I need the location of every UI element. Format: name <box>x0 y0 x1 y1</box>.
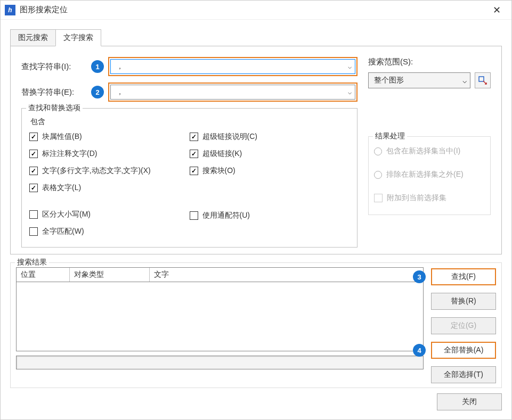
th-text[interactable]: 文字 <box>150 268 423 282</box>
svg-rect-0 <box>479 77 484 81</box>
chevron-down-icon: ⌵ <box>348 88 352 96</box>
replace-combo[interactable]: ， ⌵ <box>110 85 355 100</box>
check-block-attr[interactable]: 块属性值(B) <box>29 132 190 142</box>
check-search-block[interactable]: 搜索块(O) <box>190 166 350 176</box>
check-label: 区分大小写(M) <box>42 210 91 219</box>
checkbox-icon <box>190 167 198 175</box>
find-row: 查找字符串(I): 1 ， ⌵ <box>21 57 357 76</box>
check-label: 块属性值(B) <box>42 132 82 142</box>
close-icon[interactable]: ✕ <box>486 1 507 20</box>
th-position[interactable]: 位置 <box>17 268 70 282</box>
checkbox-icon <box>29 150 38 158</box>
chevron-down-icon: ⌵ <box>348 63 352 70</box>
scope-label: 搜索范围(S): <box>368 57 491 67</box>
result-options-legend: 结果处理 <box>373 131 407 141</box>
badge-2: 2 <box>91 86 104 98</box>
check-label: 表格文字(L) <box>42 183 81 193</box>
status-bar <box>16 356 424 369</box>
table-header: 位置 对象类型 文字 <box>17 268 423 282</box>
check-whole-word[interactable]: 全字匹配(W) <box>29 227 190 236</box>
check-table-text[interactable]: 表格文字(L) <box>29 183 190 193</box>
check-label: 文字(多行文字,动态文字,文字)(X) <box>42 166 151 176</box>
find-value: ， <box>116 62 348 71</box>
pick-objects-button[interactable] <box>475 72 491 88</box>
checkbox-icon <box>29 210 38 219</box>
th-type[interactable]: 对象类型 <box>70 268 150 282</box>
results-table[interactable]: 位置 对象类型 文字 <box>16 267 424 351</box>
check-label: 使用通配符(U) <box>202 211 250 220</box>
checkbox-icon <box>29 227 38 236</box>
check-hyperlink[interactable]: 超级链接(K) <box>190 149 350 159</box>
opt-exclude-selection: 排除在新选择集之外(E) <box>374 170 485 179</box>
tab-element-search[interactable]: 图元搜索 <box>10 29 56 46</box>
checkbox-icon <box>374 194 383 202</box>
check-label: 超级链接(K) <box>202 149 242 159</box>
check-label: 搜索块(O) <box>202 166 235 176</box>
replace-button[interactable]: 替换(R) <box>431 293 496 310</box>
find-combo[interactable]: ， ⌵ <box>110 59 355 74</box>
check-use-wildcard[interactable]: 使用通配符(U) <box>190 211 350 220</box>
checkbox-icon <box>190 150 198 158</box>
tab-text-search[interactable]: 文字搜索 <box>55 29 101 46</box>
opt-label: 附加到当前选择集 <box>387 193 446 203</box>
options-group: 查找和替换选项 包含 块属性值(B) 标注注释文字(D) <box>21 108 357 248</box>
opt-append-selection: 附加到当前选择集 <box>374 193 485 203</box>
close-button[interactable]: 关闭 <box>437 393 502 410</box>
check-hyperlink-desc[interactable]: 超级链接说明(C) <box>190 132 350 142</box>
find-highlight: ， ⌵ <box>108 57 357 76</box>
dialog-window: h 图形搜索定位 ✕ 图元搜索 文字搜索 查找字符串(I): 1 ， ⌵ <box>0 0 512 420</box>
checkbox-icon <box>29 133 38 141</box>
badge-4: 4 <box>413 344 426 357</box>
results-legend: 搜索结果 <box>15 258 49 267</box>
opt-label: 包含在新选择集当中(I) <box>386 146 460 156</box>
checkbox-icon <box>29 184 38 192</box>
opt-label: 排除在新选择集之外(E) <box>386 170 464 179</box>
check-dim-text[interactable]: 标注注释文字(D) <box>29 149 190 159</box>
check-label: 标注注释文字(D) <box>42 149 97 159</box>
replace-highlight: ， ⌵ <box>108 83 357 102</box>
window-title: 图形搜索定位 <box>20 5 486 15</box>
include-label: 包含 <box>30 117 350 127</box>
check-label: 超级链接说明(C) <box>202 132 257 142</box>
checkbox-icon <box>190 211 198 220</box>
find-button[interactable]: 查找(F) <box>431 268 496 285</box>
checkbox-icon <box>190 133 198 141</box>
titlebar: h 图形搜索定位 ✕ <box>1 1 511 20</box>
scope-value: 整个图形 <box>374 76 462 85</box>
scope-combo[interactable]: 整个图形 ⌵ <box>368 72 470 88</box>
chevron-down-icon: ⌵ <box>462 76 467 85</box>
radio-icon <box>374 147 382 155</box>
app-icon: h <box>5 5 15 15</box>
check-text-multi[interactable]: 文字(多行文字,动态文字,文字)(X) <box>29 166 190 176</box>
replace-value: ， <box>116 87 348 97</box>
replace-all-button[interactable]: 全部替换(A) <box>431 342 496 359</box>
results-group: 搜索结果 位置 对象类型 文字 3 查找(F) 替换(R) <box>10 262 502 388</box>
options-legend: 查找和替换选项 <box>26 103 83 113</box>
tabs: 图元搜索 文字搜索 <box>10 29 511 46</box>
badge-1: 1 <box>91 60 104 73</box>
select-all-button[interactable]: 全部选择(T) <box>431 366 496 383</box>
checkbox-icon <box>29 167 38 175</box>
find-label: 查找字符串(I): <box>21 62 93 72</box>
badge-3: 3 <box>413 270 426 283</box>
result-options-group: 结果处理 包含在新选择集当中(I) 排除在新选择集之外(E) 附加到当前选择集 <box>368 136 491 215</box>
check-case-sensitive[interactable]: 区分大小写(M) <box>29 210 190 219</box>
check-label: 全字匹配(W) <box>42 227 84 236</box>
select-icon <box>478 76 487 85</box>
opt-include-selection: 包含在新选择集当中(I) <box>374 146 485 156</box>
radio-icon <box>374 171 382 179</box>
tab-panel: 查找字符串(I): 1 ， ⌵ 替换字符串(E): 2 ， <box>10 46 502 254</box>
replace-row: 替换字符串(E): 2 ， ⌵ <box>21 83 357 102</box>
replace-label: 替换字符串(E): <box>21 87 93 97</box>
locate-button: 定位(G) <box>431 317 496 334</box>
